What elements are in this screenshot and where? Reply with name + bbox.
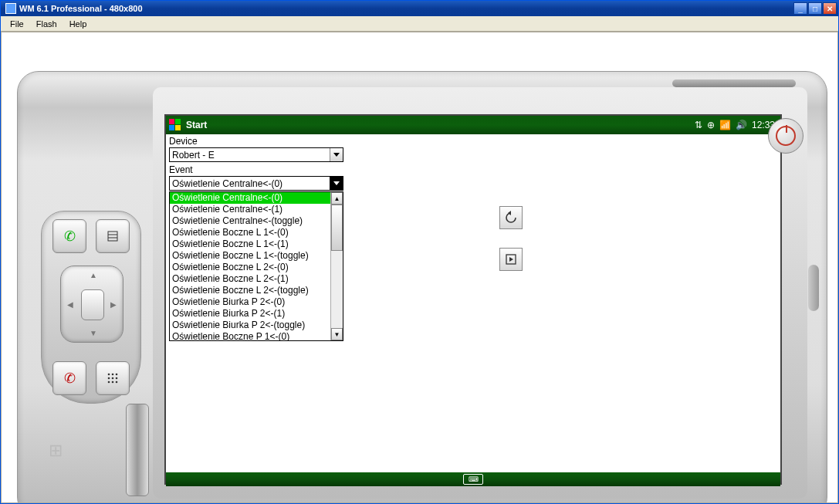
list-item[interactable]: Oświetlenie Centralne<-(1) <box>170 204 330 215</box>
scroll-thumb[interactable] <box>331 205 343 251</box>
event-combo-value: Oświetlenie Centralne<-(0) <box>170 178 330 189</box>
event-list-items: Oświetlenie Centralne<-(0)Oświetlenie Ce… <box>170 192 330 340</box>
menu-file[interactable]: File <box>4 18 30 30</box>
hw-bottom-bar <box>657 502 780 503</box>
signal-icon[interactable]: 📶 <box>719 120 731 130</box>
window-title: WM 6.1 Professional - 480x800 <box>19 4 793 13</box>
chevron-down-icon <box>330 177 343 190</box>
list-item[interactable]: Oświetlenie Boczne L 2<-(0) <box>170 262 330 273</box>
power-icon <box>776 126 796 146</box>
window-controls: _ □ ✕ <box>793 2 837 15</box>
hw-menu-button[interactable] <box>96 219 130 253</box>
hw-call-button[interactable]: ✆ <box>52 219 86 253</box>
list-item[interactable]: Oświetlenie Centralne<-(0) <box>170 192 330 204</box>
scroll-up-button[interactable]: ▲ <box>331 192 343 205</box>
svg-point-5 <box>116 374 118 376</box>
titlebar: WM 6.1 Professional - 480x800 _ □ ✕ <box>1 1 838 16</box>
device-label: Device <box>166 134 780 147</box>
wm-body: Device Robert - E Event Oświetlenie Cent… <box>166 134 780 472</box>
app-icon <box>5 3 16 14</box>
volume-icon[interactable]: 🔊 <box>736 120 747 130</box>
list-item[interactable]: Oświetlenie Centralne<-(toggle) <box>170 215 330 227</box>
list-item[interactable]: Oświetlenie Boczne L 1<-(1) <box>170 238 330 250</box>
svg-point-6 <box>108 377 110 380</box>
device-frame: ✆ ▲ ▼ ◀ ▶ ✆ <box>17 71 827 503</box>
start-icon <box>169 119 181 131</box>
close-button[interactable]: ✕ <box>823 2 837 15</box>
refresh-button[interactable] <box>499 206 523 229</box>
wm-taskbar[interactable]: Start ⇅ ⊕ 📶 🔊 12:33 <box>166 116 780 134</box>
connectivity-icon[interactable]: ⇅ <box>695 120 702 130</box>
svg-point-7 <box>112 377 114 380</box>
menu-help[interactable]: Help <box>63 18 93 30</box>
hw-dpad-up[interactable]: ▲ <box>90 271 97 279</box>
hw-side-button[interactable] <box>808 265 819 311</box>
list-item[interactable]: Oświetlenie Biurka P 2<-(1) <box>170 308 330 320</box>
svg-point-8 <box>116 377 118 380</box>
client-area: ✆ ▲ ▼ ◀ ▶ ✆ <box>1 32 838 503</box>
hw-hinge <box>126 404 149 496</box>
list-item[interactable]: Oświetlenie Biurka P 2<-(0) <box>170 296 330 308</box>
maximize-button[interactable]: □ <box>808 2 822 15</box>
svg-point-10 <box>112 381 114 384</box>
hw-windows-logo: ⊞ <box>49 441 72 464</box>
wm-bottombar: ⌨ <box>166 472 780 486</box>
event-listbox[interactable]: Oświetlenie Centralne<-(0)Oświetlenie Ce… <box>169 191 343 341</box>
run-button[interactable] <box>499 248 523 271</box>
hw-dpad-left[interactable]: ◀ <box>67 300 73 309</box>
device-combo-value: Robert - E <box>170 150 330 161</box>
scroll-down-button[interactable]: ▼ <box>331 328 343 340</box>
hw-dpad-center[interactable] <box>81 289 104 320</box>
svg-point-9 <box>108 381 110 384</box>
menubar: File Flash Help <box>1 16 838 32</box>
hw-top-speaker <box>672 79 796 87</box>
list-item[interactable]: Oświetlenie Boczne L 1<-(toggle) <box>170 250 330 262</box>
device-combo[interactable]: Robert - E <box>169 147 343 162</box>
list-item[interactable]: Oświetlenie Boczne P 1<-(0) <box>170 331 330 340</box>
svg-point-4 <box>112 374 114 376</box>
keyboard-icon[interactable]: ⌨ <box>463 474 483 485</box>
minimize-button[interactable]: _ <box>793 2 807 15</box>
app-window: WM 6.1 Professional - 480x800 _ □ ✕ File… <box>0 0 839 504</box>
list-item[interactable]: Oświetlenie Boczne L 2<-(1) <box>170 273 330 285</box>
list-item[interactable]: Oświetlenie Boczne L 2<-(toggle) <box>170 285 330 296</box>
start-label: Start <box>186 120 207 130</box>
wifi-icon[interactable]: ⊕ <box>707 120 715 130</box>
hw-grid-button[interactable] <box>96 361 130 395</box>
list-item[interactable]: Oświetlenie Boczne L 1<-(0) <box>170 227 330 238</box>
event-combo[interactable]: Oświetlenie Centralne<-(0) <box>169 176 343 191</box>
hw-power-button[interactable] <box>768 118 803 154</box>
event-label: Event <box>166 163 780 175</box>
svg-rect-0 <box>108 232 117 241</box>
chevron-down-icon <box>330 148 343 161</box>
scrollbar: ▲ ▼ <box>330 192 343 340</box>
device-screen: Start ⇅ ⊕ 📶 🔊 12:33 Device Robert - E Ev… <box>164 114 782 485</box>
scroll-track[interactable] <box>331 205 343 328</box>
svg-point-11 <box>116 381 118 384</box>
hw-dpad-right[interactable]: ▶ <box>110 300 117 309</box>
hw-dpad-down[interactable]: ▼ <box>90 329 97 337</box>
hw-button-pad: ✆ ▲ ▼ ◀ ▶ ✆ <box>41 211 141 404</box>
hw-dpad: ▲ ▼ ◀ ▶ <box>60 266 123 343</box>
hw-end-button[interactable]: ✆ <box>52 361 86 395</box>
svg-point-3 <box>108 374 110 376</box>
list-item[interactable]: Oświetlenie Biurka P 2<-(toggle) <box>170 320 330 331</box>
menu-flash[interactable]: Flash <box>30 18 63 30</box>
